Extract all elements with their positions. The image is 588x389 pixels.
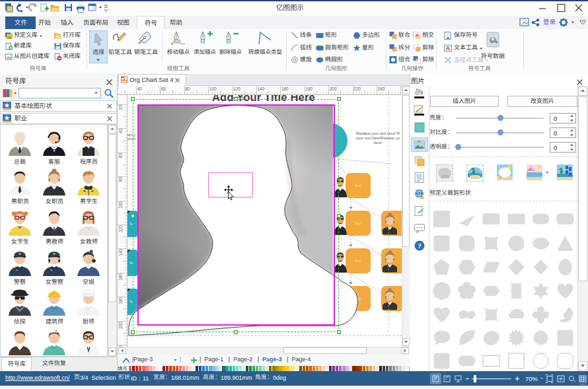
svg-text:70%: 70% <box>525 375 538 382</box>
svg-text:?: ? <box>418 242 422 250</box>
svg-text:A: A <box>446 45 451 52</box>
